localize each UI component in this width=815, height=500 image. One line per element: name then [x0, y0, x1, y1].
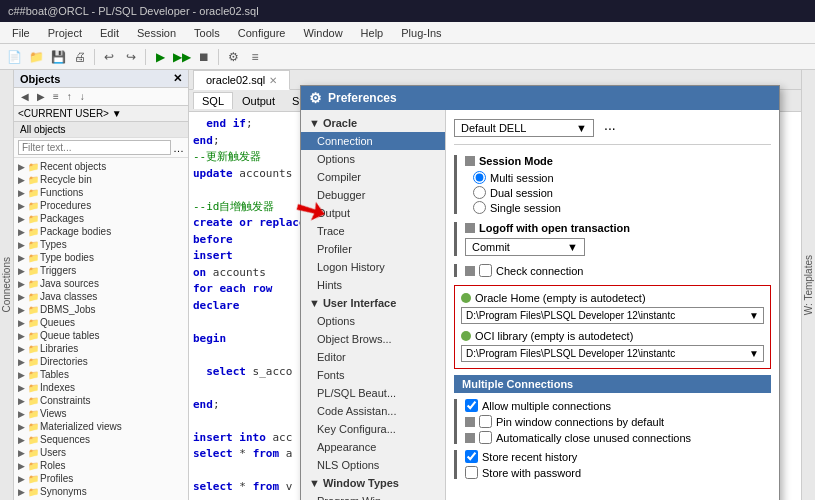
tree-item-debugger[interactable]: Debugger [301, 186, 445, 204]
tree-item-key-config[interactable]: Key Configura... [301, 420, 445, 438]
subtab-sql[interactable]: SQL [193, 92, 233, 109]
tree-item-type-bodies[interactable]: ▶📁Type bodies [16, 251, 186, 264]
allow-multiple-connections[interactable]: Allow multiple connections [465, 399, 771, 412]
tree-item-java-classes[interactable]: ▶📁Java classes [16, 290, 186, 303]
toolbar-btn-1[interactable]: ◀ [18, 90, 32, 103]
tree-item-dbms-jobs[interactable]: ▶📁DBMS_Jobs [16, 303, 186, 316]
save-btn[interactable]: 💾 [48, 47, 68, 67]
tree-item-trace[interactable]: Trace [301, 222, 445, 240]
tree-item-fonts[interactable]: Fonts [301, 366, 445, 384]
tree-item-java-sources[interactable]: ▶📁Java sources [16, 277, 186, 290]
tree-window-types-section[interactable]: ▼ Window Types [301, 474, 445, 492]
debug-btn[interactable]: ▶▶ [172, 47, 192, 67]
tree-oracle-section[interactable]: ▼ Oracle [301, 114, 445, 132]
print-btn[interactable]: 🖨 [70, 47, 90, 67]
tree-item-program-window[interactable]: Program Win... [301, 492, 445, 500]
menu-file[interactable]: File [4, 25, 38, 41]
toolbar-btn-2[interactable]: ▶ [34, 90, 48, 103]
oci-library-dropdown[interactable]: D:\Program Files\PLSQL Developer 12\inst… [461, 345, 764, 362]
new-btn[interactable]: 📄 [4, 47, 24, 67]
redo-btn[interactable]: ↪ [121, 47, 141, 67]
connection-dropdown[interactable]: Default DELL ▼ [454, 119, 594, 137]
tree-item-directories[interactable]: ▶📁Directories [16, 355, 186, 368]
tree-item-packages[interactable]: ▶📁Packages [16, 212, 186, 225]
editor-tab-oracle02[interactable]: oracle02.sql ✕ [193, 70, 290, 90]
templates-sidebar[interactable]: W: Templates [801, 70, 815, 500]
menu-window[interactable]: Window [295, 25, 350, 41]
tree-item-tables[interactable]: ▶📁Tables [16, 368, 186, 381]
tree-item-editor[interactable]: Editor [301, 348, 445, 366]
tree-item-logon-history[interactable]: Logon History [301, 258, 445, 276]
radio-single-session[interactable]: Single session [473, 201, 771, 214]
radio-multi-session[interactable]: Multi session [473, 171, 771, 184]
tree-item-nls-options[interactable]: NLS Options [301, 456, 445, 474]
tree-item-users[interactable]: ▶📁Users [16, 446, 186, 459]
tree-item-output[interactable]: Output [301, 204, 445, 222]
menu-project[interactable]: Project [40, 25, 90, 41]
tree-item-hints[interactable]: Hints [301, 276, 445, 294]
tree-item-triggers[interactable]: ▶📁Triggers [16, 264, 186, 277]
tree-item-ui-options[interactable]: Options [301, 312, 445, 330]
menu-plugins[interactable]: Plug-Ins [393, 25, 449, 41]
tree-item-queue-tables[interactable]: ▶📁Queue tables [16, 329, 186, 342]
pin-window-connections[interactable]: Pin window connections by default [465, 415, 771, 428]
store-with-password[interactable]: Store with password [465, 466, 771, 479]
tree-item-profiler[interactable]: Profiler [301, 240, 445, 258]
tree-item-indexes[interactable]: ▶📁Indexes [16, 381, 186, 394]
open-btn[interactable]: 📁 [26, 47, 46, 67]
tree-item-plsql-beautifier[interactable]: PL/SQL Beaut... [301, 384, 445, 402]
tree-item-types[interactable]: ▶📁Types [16, 238, 186, 251]
undo-btn[interactable]: ↩ [99, 47, 119, 67]
radio-dual-session[interactable]: Dual session [473, 186, 771, 199]
oracle-home-dropdown[interactable]: D:\Program Files\PLSQL Developer 12\inst… [461, 307, 764, 324]
tree-ui-section[interactable]: ▼ User Interface [301, 294, 445, 312]
toolbar-btn-4[interactable]: ↑ [64, 90, 75, 103]
tree-item-object-browser[interactable]: Object Brows... [301, 330, 445, 348]
tree-item-compiler[interactable]: Compiler [301, 168, 445, 186]
format-btn[interactable]: ≡ [245, 47, 265, 67]
tree-item-appearance[interactable]: Appearance [301, 438, 445, 456]
filter-icon[interactable]: … [173, 142, 184, 154]
tree-item-options[interactable]: Options [301, 150, 445, 168]
title-bar-text: c##boat@ORCL - PL/SQL Developer - oracle… [8, 5, 259, 17]
toolbar-btn-3[interactable]: ≡ [50, 90, 62, 103]
auto-close-connections[interactable]: Automatically close unused connections [465, 431, 771, 444]
menu-session[interactable]: Session [129, 25, 184, 41]
tree-item-recent[interactable]: ▶📁Recent objects [16, 160, 186, 173]
tree-item-views[interactable]: ▶📁Views [16, 407, 186, 420]
connection-more-btn[interactable]: ··· [600, 118, 620, 138]
tree-item-package-bodies[interactable]: ▶📁Package bodies [16, 225, 186, 238]
tree-item-roles[interactable]: ▶📁Roles [16, 459, 186, 472]
tree-item-sequences[interactable]: ▶📁Sequences [16, 433, 186, 446]
tree-oracle-expand: ▼ [309, 117, 320, 129]
tree-item-code-assistant[interactable]: Code Assistan... [301, 402, 445, 420]
config-btn[interactable]: ⚙ [223, 47, 243, 67]
check-connection-checkbox[interactable] [479, 264, 492, 277]
run-btn[interactable]: ▶ [150, 47, 170, 67]
tree-item-queues[interactable]: ▶📁Queues [16, 316, 186, 329]
store-recent-history[interactable]: Store recent history [465, 450, 771, 463]
tree-item-profiles[interactable]: ▶📁Profiles [16, 472, 186, 485]
logoff-section: Logoff with open transaction Commit ▼ [454, 222, 771, 256]
tree-item-mat-views[interactable]: ▶📁Materialized views [16, 420, 186, 433]
subtab-output[interactable]: Output [234, 93, 283, 109]
tree-item-recycle[interactable]: ▶📁Recycle bin [16, 173, 186, 186]
logoff-dropdown[interactable]: Commit ▼ [465, 238, 585, 256]
menu-help[interactable]: Help [353, 25, 392, 41]
connections-sidebar[interactable]: Connections [0, 70, 14, 500]
toolbar-btn-5[interactable]: ↓ [77, 90, 88, 103]
tree-item-constraints[interactable]: ▶📁Constraints [16, 394, 186, 407]
stop-btn[interactable]: ⏹ [194, 47, 214, 67]
tree-item-functions[interactable]: ▶📁Functions [16, 186, 186, 199]
tree-item-procedures[interactable]: ▶📁Procedures [16, 199, 186, 212]
menu-tools[interactable]: Tools [186, 25, 228, 41]
tree-item-synonyms[interactable]: ▶📁Synonyms [16, 485, 186, 498]
filter-input[interactable] [18, 140, 171, 155]
tree-item-libraries[interactable]: ▶📁Libraries [16, 342, 186, 355]
panel-close-icon[interactable]: ✕ [173, 72, 182, 85]
tab-close-icon[interactable]: ✕ [269, 75, 277, 86]
user-select[interactable]: <CURRENT USER> ▼ [14, 106, 188, 122]
menu-edit[interactable]: Edit [92, 25, 127, 41]
tree-item-connection[interactable]: Connection [301, 132, 445, 150]
menu-configure[interactable]: Configure [230, 25, 294, 41]
